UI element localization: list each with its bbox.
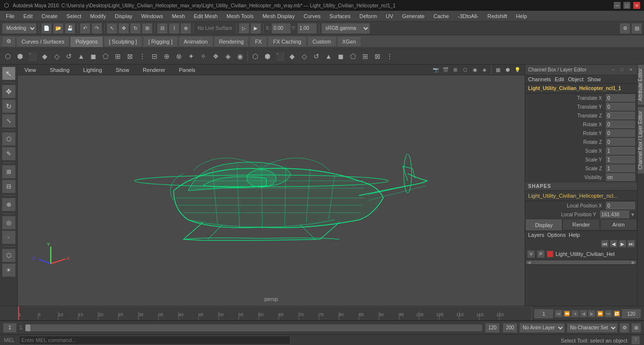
layer-menu-options[interactable]: Options [547, 232, 566, 238]
attr-value-translate-y[interactable] [606, 103, 635, 111]
vp-icon-film[interactable]: 🎬 [441, 66, 450, 74]
shelf-icon-16[interactable]: ✦ [185, 50, 197, 62]
shelf-icon-4[interactable]: ◆ [39, 50, 50, 62]
tab-anim[interactable]: Anim [600, 219, 637, 230]
layer-scrollbar[interactable]: ◀ ▶ [525, 259, 637, 265]
new-file-button[interactable]: 📄 [41, 23, 52, 34]
attr-value-visibility[interactable] [606, 173, 635, 181]
anim-settings-button[interactable]: ⚙ [620, 323, 629, 333]
viewport-canvas[interactable]: X Y Z persp [18, 75, 525, 306]
menu-obj-object[interactable]: Object [568, 76, 583, 82]
vp-menu-lighting[interactable]: Lighting [79, 66, 106, 74]
attr-value-local-pos-y[interactable] [600, 210, 629, 218]
time-slider[interactable] [25, 324, 482, 331]
light-button[interactable]: ☀ [2, 263, 16, 277]
timeline-play-fwd[interactable]: ▶ [588, 310, 596, 318]
scroll-thumb[interactable] [532, 260, 630, 264]
menu-3dto-all[interactable]: -3DtoAll- [454, 12, 483, 20]
panel-dock-button[interactable]: □ [619, 67, 625, 73]
menu-modify[interactable]: Modify [86, 12, 110, 20]
attr-value-translate-x[interactable] [606, 94, 635, 102]
menu-uv[interactable]: UV [382, 12, 397, 20]
scroll-left-button[interactable]: ◀ [526, 260, 532, 264]
mode-dropdown[interactable]: Modeling [2, 23, 37, 34]
vp-icon-shading[interactable]: ▦ [493, 66, 502, 74]
layer-nav-next-next[interactable]: ⏭ [627, 240, 635, 248]
layer-color-swatch[interactable] [547, 251, 554, 257]
anim-layer-select[interactable]: No Anim Layer [519, 323, 565, 333]
layer-nav-next[interactable]: ▶ [619, 240, 626, 248]
menu-obj-edit[interactable]: Edit [555, 76, 564, 82]
timeline-skip-start[interactable]: ⏮ [555, 310, 562, 318]
ipr-button[interactable]: ▶ [250, 23, 261, 34]
tab-fx-caching[interactable]: FX Caching [267, 36, 306, 47]
menu-help[interactable]: Help [512, 12, 531, 20]
shelf-icon-22[interactable]: ⬢ [262, 50, 273, 62]
timeline-next-key[interactable]: ⏭ [604, 310, 612, 318]
shelf-icon-3[interactable]: ⬛ [26, 50, 38, 62]
timeline-ruler[interactable]: 1 5 10 15 20 25 30 35 40 45 50 55 60 65 … [0, 306, 644, 321]
shelf-icon-24[interactable]: ◆ [286, 50, 298, 62]
attr-value-translate-z[interactable] [606, 112, 635, 119]
tab-fx[interactable]: FX [249, 36, 267, 47]
menu-windows[interactable]: Windows [137, 12, 167, 20]
tab-custom[interactable]: Custom [307, 36, 336, 47]
scale-tool-button[interactable]: ⤡ [2, 114, 16, 128]
menu-create[interactable]: Create [38, 12, 62, 20]
shelf-icon-30[interactable]: ⊞ [359, 50, 371, 62]
shelf-icon-31[interactable]: ⊠ [372, 50, 383, 62]
menu-edit-mesh[interactable]: Edit Mesh [190, 12, 222, 20]
snap-grid-button[interactable]: ⊟ [157, 23, 168, 34]
attr-value-scale-z[interactable] [606, 164, 635, 172]
snap-point-button[interactable]: ⊕ [180, 23, 191, 34]
timeline-step-back[interactable]: ⏴ [571, 310, 579, 318]
layer-nav-prev-prev[interactable]: ⏮ [601, 240, 609, 248]
shelf-icon-8[interactable]: ◼ [88, 50, 99, 62]
end-frame-max-field[interactable] [503, 323, 517, 333]
shelf-icon-18[interactable]: ❖ [210, 50, 222, 62]
rotate-tool[interactable]: ↻ [130, 23, 141, 34]
vp-icon-texture[interactable]: ⬢ [503, 66, 512, 74]
menu-mesh[interactable]: Mesh [168, 12, 189, 20]
shelf-icon-27[interactable]: ▲ [323, 50, 334, 62]
render-button[interactable]: ▷ [239, 23, 249, 34]
menu-deform[interactable]: Deform [355, 12, 381, 20]
menu-channels[interactable]: Channels [528, 76, 551, 82]
timeline-loop[interactable]: 🔁 [613, 310, 621, 318]
menu-display[interactable]: Display [111, 12, 136, 20]
shelf-icon-15[interactable]: ⊗ [173, 50, 185, 62]
layer-menu-help[interactable]: Help [569, 232, 580, 238]
current-frame-field[interactable] [3, 323, 17, 333]
anim-extra-button[interactable]: ⊞ [631, 323, 641, 333]
vp-icon-smooth[interactable]: ◉ [470, 66, 479, 74]
show-grid-button[interactable]: ⊞ [2, 165, 16, 179]
shelf-icon-7[interactable]: ▲ [75, 50, 87, 62]
help-line-button[interactable]: ? [631, 336, 640, 345]
move-tool[interactable]: ✥ [118, 23, 129, 34]
timeline-range-end[interactable] [622, 309, 641, 319]
menu-surfaces[interactable]: Surfaces [326, 12, 355, 20]
menu-cache[interactable]: Cache [429, 12, 453, 20]
shelf-icon-12[interactable]: ⋮ [136, 50, 148, 62]
menu-mesh-tools[interactable]: Mesh Tools [222, 12, 257, 20]
offset-y-field[interactable]: 1.00 [297, 23, 317, 34]
shelf-icon-29[interactable]: ⬠ [347, 50, 359, 62]
rotate-tool-button[interactable]: ↻ [2, 99, 16, 113]
layer-menu-layers[interactable]: Layers [528, 232, 544, 238]
attr-value-rotate-x[interactable] [606, 120, 635, 128]
vp-menu-renderer[interactable]: Renderer [139, 66, 169, 74]
shelf-icon-10[interactable]: ⊞ [112, 50, 124, 62]
panel-close-button[interactable]: ✕ [627, 67, 634, 73]
timeline-play-back[interactable]: ◀ [579, 310, 587, 318]
attr-value-rotate-z[interactable] [606, 138, 635, 146]
mel-input[interactable] [19, 336, 290, 345]
attr-value-local-pos-x[interactable] [606, 202, 635, 209]
soft-select-button[interactable]: ◎ [2, 216, 16, 230]
char-set-select[interactable]: No Character Set [567, 323, 618, 333]
favorites-button[interactable]: ⚙ [2, 36, 16, 47]
snap-curve-button[interactable]: ⌇ [169, 23, 179, 34]
gamma-dropdown[interactable]: sRGB gamma [321, 23, 370, 34]
layer-visible-toggle[interactable]: V [527, 250, 535, 258]
timeline-range-start[interactable] [534, 309, 554, 319]
timeline-prev-key[interactable]: ⏪ [563, 310, 571, 318]
